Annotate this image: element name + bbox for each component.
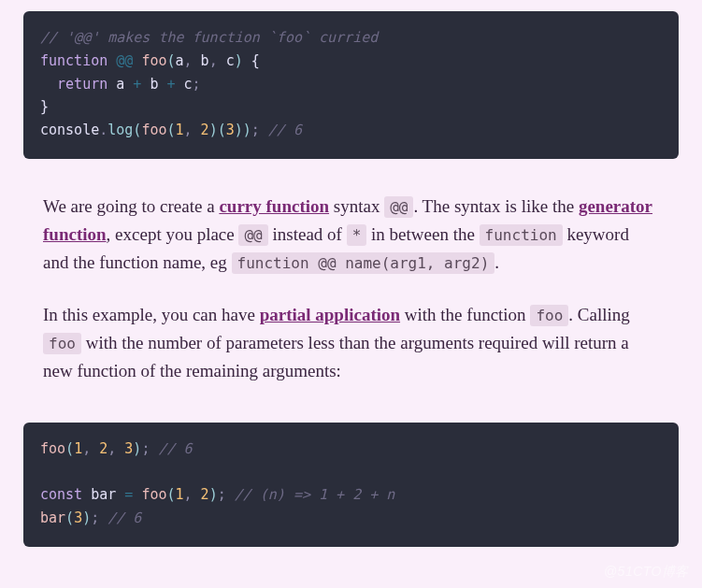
inline-code-function: function xyxy=(480,224,563,246)
tok-comma: , xyxy=(209,52,218,69)
tok-paren: ) xyxy=(235,52,243,69)
tok-equals: = xyxy=(124,486,133,503)
link-curry-function[interactable]: curry function xyxy=(219,196,329,216)
link-partial-application[interactable]: partial application xyxy=(260,305,400,324)
tok-semi: ; xyxy=(193,76,201,93)
text: with the number of parameters less than … xyxy=(43,333,629,380)
article-body: We are going to create a curry function … xyxy=(0,176,702,417)
tok-function-name: foo xyxy=(141,52,166,69)
text: in between the xyxy=(366,224,479,244)
code-comment: // (n) => 1 + 2 + n xyxy=(235,486,395,503)
tok-number: 1 xyxy=(176,122,184,138)
tok-keyword-const: const xyxy=(40,486,82,503)
tok-console: console xyxy=(40,122,99,138)
tok-comma: , xyxy=(184,486,193,503)
code-line: function @@ foo(a, b, c) { xyxy=(40,50,662,73)
tok-semi: ; xyxy=(251,122,260,138)
text: syntax xyxy=(329,196,384,216)
text: with the function xyxy=(400,305,530,324)
tok-number: 2 xyxy=(99,440,107,457)
code-comment: // 6 xyxy=(107,509,141,526)
inline-code-foo: foo xyxy=(43,333,81,354)
text: . xyxy=(494,252,499,272)
inline-code-signature: function @@ name(arg1, arg2) xyxy=(232,252,495,274)
tok-call: foo xyxy=(40,440,65,457)
tok-paren: ) xyxy=(209,486,218,503)
tok-ident: bar xyxy=(91,486,116,503)
code-comment: // 6 xyxy=(268,122,302,138)
tok-number: 3 xyxy=(74,509,82,526)
code-comment: // '@@' makes the function `foo` curried xyxy=(40,29,378,46)
tok-paren: ( xyxy=(166,122,175,138)
tok-plus: + xyxy=(166,76,175,93)
tok-paren: )) xyxy=(235,122,251,138)
article-container: // '@@' makes the function `foo` curried… xyxy=(0,11,702,547)
code-line: const bar = foo(1, 2); // (n) => 1 + 2 +… xyxy=(40,483,662,507)
inline-code-atat: @@ xyxy=(238,224,267,246)
tok-number: 3 xyxy=(226,122,235,138)
code-block-curried-definition: // '@@' makes the function `foo` curried… xyxy=(23,11,679,159)
tok-number: 2 xyxy=(201,486,209,503)
text: In this example, you can have xyxy=(43,305,260,324)
paragraph: In this example, you can have partial ap… xyxy=(43,301,659,385)
tok-paren: ( xyxy=(166,486,175,503)
inline-code-foo: foo xyxy=(530,305,568,326)
tok-call: foo xyxy=(141,486,166,503)
tok-operator: @@ xyxy=(116,52,133,69)
inline-code-star: * xyxy=(347,224,367,246)
tok-ident: a xyxy=(116,76,124,93)
text: . Calling xyxy=(568,305,629,324)
tok-call: bar xyxy=(40,509,65,526)
text: . The syntax is like the xyxy=(413,196,578,216)
watermark: @51CTO博客 xyxy=(604,564,689,581)
tok-paren: ) xyxy=(82,509,91,526)
tok-paren: ( xyxy=(65,440,74,457)
text: We are going to create a xyxy=(43,196,219,216)
paragraph: We are going to create a curry function … xyxy=(43,193,659,277)
tok-ident: c xyxy=(184,76,193,93)
code-line: bar(3); // 6 xyxy=(40,507,662,530)
tok-call: foo xyxy=(141,122,166,138)
tok-brace: } xyxy=(40,98,49,115)
code-line: return a + b + c; xyxy=(40,73,662,96)
tok-paren: ( xyxy=(166,52,175,69)
tok-keyword-function: function xyxy=(40,52,107,69)
tok-comma: , xyxy=(82,440,91,457)
code-line xyxy=(40,461,662,484)
code-line: // '@@' makes the function `foo` curried xyxy=(40,26,662,50)
inline-code-atat: @@ xyxy=(384,196,413,218)
tok-param: c xyxy=(226,52,235,69)
tok-comma: , xyxy=(107,440,116,457)
tok-number: 1 xyxy=(74,440,82,457)
tok-semi: ; xyxy=(91,509,99,526)
tok-semi: ; xyxy=(141,440,150,457)
tok-paren: ( xyxy=(65,509,74,526)
tok-plus: + xyxy=(133,76,141,93)
text: instead of xyxy=(268,224,347,244)
tok-param: b xyxy=(201,52,209,69)
tok-brace: { xyxy=(251,52,260,69)
code-line: } xyxy=(40,95,662,119)
code-line: foo(1, 2, 3); // 6 xyxy=(40,437,662,461)
tok-log: log xyxy=(107,122,133,138)
tok-paren: )( xyxy=(209,122,226,138)
tok-comma: , xyxy=(184,52,193,69)
tok-number: 2 xyxy=(201,122,209,138)
text: , except you place xyxy=(107,224,239,244)
tok-semi: ; xyxy=(218,486,226,503)
code-block-partial-application: foo(1, 2, 3); // 6 const bar = foo(1, 2)… xyxy=(23,423,679,547)
code-comment: // 6 xyxy=(158,440,192,457)
tok-dot: . xyxy=(99,122,107,138)
tok-keyword-return: return xyxy=(57,76,107,93)
tok-ident: b xyxy=(150,76,158,93)
tok-number: 3 xyxy=(124,440,133,457)
tok-comma: , xyxy=(184,122,193,138)
tok-number: 1 xyxy=(176,486,184,503)
tok-param: a xyxy=(176,52,184,69)
code-line: console.log(foo(1, 2)(3)); // 6 xyxy=(40,119,662,142)
